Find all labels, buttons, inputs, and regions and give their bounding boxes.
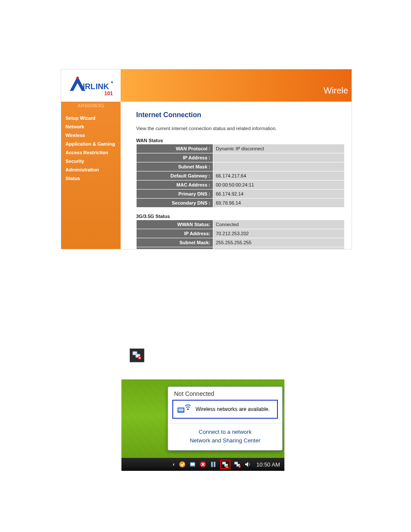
svg-rect-21 [227,467,227,467]
g3-subnet-value: 255.255.255.255 [213,238,345,247]
wan-protocol-label: WAN Protocol : [137,144,213,153]
nav-wireless[interactable]: Wireless [65,131,119,140]
page-description: View the current internet connection sta… [136,126,345,131]
router-admin-panel: IRL INK 101 AR660W3G Setup Wizard Networ… [61,69,352,249]
g3-gateway-value: 66.174.217.64 [213,247,345,249]
svg-text:101: 101 [104,90,113,96]
table-row: Gateway:66.174.217.64 [137,247,345,249]
subnet-mask-label: Subnet Mask : [137,162,213,171]
mac-address-label: MAC Address : [137,180,213,190]
table-row: Secondary DNS :69.78.96.14 [137,199,345,208]
router-main: Internet Connection View the current int… [121,102,352,249]
table-row: Primary DNS :66.174.92.14 [137,190,345,199]
ip-address-value [213,153,345,162]
taskbar-clock[interactable]: 10:50 AM [256,461,280,468]
secondary-dns-label: Secondary DNS : [137,199,213,208]
table-row: IP Address : [137,153,345,162]
svg-rect-13 [191,463,194,465]
nav-network[interactable]: Network [65,122,119,131]
svg-point-11 [179,461,185,467]
network-popup: Not Connected Wireless networks are avai… [168,386,283,451]
tray-network-x-icon[interactable] [234,461,241,468]
g3-gateway-label: Gateway: [137,247,213,249]
svg-marker-25 [245,462,248,467]
page-title: Internet Connection [136,111,345,119]
popup-item-text: Wireless networks are available. [196,406,270,412]
svg-text:INK: INK [96,82,109,91]
wan-status-table: WAN Protocol :Dynamic IP disconnect IP A… [136,144,345,208]
network-tray-icon [130,348,144,362]
vista-taskbar: ‹ [121,458,284,471]
nav-access-restrict[interactable]: Access Restriction [65,148,119,157]
wan-status-heading: WAN Status [136,138,345,143]
router-sidebar: IRL INK 101 AR660W3G Setup Wizard Networ… [61,69,121,249]
default-gateway-value: 66.174.217.64 [213,171,345,180]
network-warning-icon [222,461,229,468]
nav-status[interactable]: Status [65,174,119,183]
primary-dns-value: 66.174.92.14 [213,190,345,199]
wan-protocol-value: Dynamic IP disconnect [213,144,345,153]
nav-setup-wizard[interactable]: Setup Wizard [65,114,119,122]
airlink-logo: IRL INK 101 [65,74,117,97]
primary-dns-label: Primary DNS : [137,190,213,199]
svg-point-4 [111,81,113,83]
popup-title: Not Connected [168,387,282,400]
3g-status-table: WWAN Status:Connected IP Address:70.212.… [136,220,345,249]
highlighted-network-tray-icon[interactable] [220,460,230,469]
table-row: IP Address:70.212.253.202 [137,229,345,238]
tray-icon-1[interactable] [179,461,186,468]
instruction-step-icon [61,348,351,362]
table-row: Default Gateway :66.174.217.64 [137,171,345,180]
connect-network-link[interactable]: Connect to a network [168,428,282,436]
wwan-status-value: Connected [213,220,345,229]
svg-rect-15 [211,462,213,467]
svg-rect-9 [178,408,184,411]
wireless-available-icon [177,403,191,415]
popup-links: Connect to a network Network and Sharing… [168,423,282,450]
tray-expand-icon[interactable]: ‹ [173,461,174,467]
svg-rect-16 [214,462,215,467]
table-row: Subnet Mask:255.255.255.255 [137,238,345,247]
router-nav: Setup Wizard Network Wireless Applicatio… [65,114,119,183]
table-row: Subnet Mask : [137,162,345,171]
table-row: MAC Address :00:00:50:00:24:11 [137,180,345,190]
ip-address-label: IP Address : [137,153,213,162]
table-row: WWAN Status:Connected [137,220,345,229]
nav-security[interactable]: Security [65,157,119,165]
g3-ip-label: IP Address: [137,229,213,238]
svg-text:IRL: IRL [83,82,95,91]
svg-rect-20 [227,466,227,467]
subnet-mask-value [213,162,345,171]
svg-point-10 [187,408,189,410]
wwan-status-label: WWAN Status: [137,220,213,229]
nav-app-gaming[interactable]: Application & Gaming [65,140,119,148]
secondary-dns-value: 69.78.96.14 [213,199,345,208]
vista-tray-screenshot: Not Connected Wireless networks are avai… [121,380,284,471]
router-header-text: Wirele [324,86,348,96]
mac-address-value: 00:00:50:00:24:11 [213,180,345,190]
router-model: AR660W3G [61,102,121,109]
g3-subnet-label: Subnet Mask: [137,238,213,247]
tray-icon-3[interactable] [199,461,206,468]
tray-icon-4[interactable] [210,461,217,468]
network-sharing-center-link[interactable]: Network and Sharing Center [168,436,282,445]
router-header: Wirele [121,69,352,102]
default-gateway-label: Default Gateway : [137,171,213,180]
volume-icon[interactable] [244,461,251,468]
tray-icon-2[interactable] [189,461,196,468]
nav-administration[interactable]: Administration [65,165,119,174]
g3-ip-value: 70.212.253.202 [213,229,345,238]
table-row: WAN Protocol :Dynamic IP disconnect [137,144,345,153]
svg-point-0 [76,77,79,79]
wireless-available-item[interactable]: Wireless networks are available. [172,400,278,419]
3g-status-heading: 3G/3.5G Status [136,214,345,219]
